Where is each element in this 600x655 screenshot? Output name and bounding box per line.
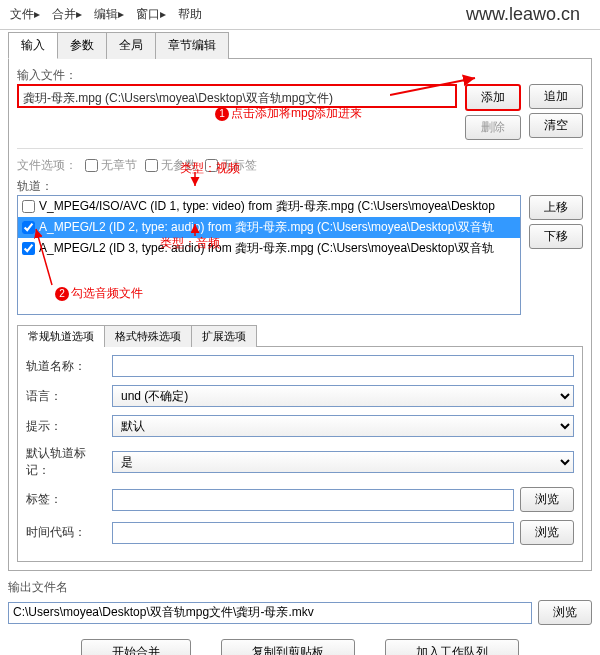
input-file-box[interactable]: 龚玥-母亲.mpg (C:\Users\moyea\Desktop\双音轨mpg…	[17, 84, 457, 108]
no-params-check[interactable]: 无参数	[145, 157, 197, 174]
browse-tag-button[interactable]: 浏览	[520, 487, 574, 512]
bottom-buttons: 开始合并 复制到剪贴板 加入工作队列	[0, 629, 600, 655]
sub-tabs: 常规轨道选项 格式特殊选项 扩展选项	[17, 325, 583, 347]
main-tabs: 输入 参数 全局 章节编辑	[8, 32, 600, 59]
lang-label: 语言：	[26, 388, 106, 405]
tab-input[interactable]: 输入	[8, 32, 58, 59]
track-list[interactable]: V_MPEG4/ISO/AVC (ID 1, type: video) from…	[17, 195, 521, 315]
subtab-ext[interactable]: 扩展选项	[191, 325, 257, 347]
regular-panel: 轨道名称： 语言：und (不确定) 提示：默认 默认轨道标记：是 标签：浏览 …	[17, 346, 583, 562]
track-name-input[interactable]	[112, 355, 574, 377]
track-row: V_MPEG4/ISO/AVC (ID 1, type: video) from…	[18, 196, 520, 217]
input-file-label: 输入文件：	[17, 67, 583, 84]
track-check[interactable]	[22, 221, 35, 234]
subtab-format[interactable]: 格式特殊选项	[104, 325, 192, 347]
add-queue-button[interactable]: 加入工作队列	[385, 639, 519, 655]
start-merge-button[interactable]: 开始合并	[81, 639, 191, 655]
file-options-label: 文件选项：	[17, 157, 77, 174]
down-button[interactable]: 下移	[529, 224, 583, 249]
menu-edit[interactable]: 编辑▸	[94, 6, 124, 23]
tab-chapter[interactable]: 章节编辑	[155, 32, 229, 59]
tab-global[interactable]: 全局	[106, 32, 156, 59]
track-row: A_MPEG/L2 (ID 2, type: audio) from 龚玥-母亲…	[18, 217, 520, 238]
menu-window[interactable]: 窗口▸	[136, 6, 166, 23]
tag-label: 标签：	[26, 491, 106, 508]
track-row: A_MPEG/L2 (ID 3, type: audio) from 龚玥-母亲…	[18, 238, 520, 259]
track-check[interactable]	[22, 200, 35, 213]
delete-button[interactable]: 删除	[465, 115, 521, 140]
browse-timecode-button[interactable]: 浏览	[520, 520, 574, 545]
no-chapter-check[interactable]: 无章节	[85, 157, 137, 174]
up-button[interactable]: 上移	[529, 195, 583, 220]
add-button[interactable]: 添加	[465, 84, 521, 111]
tab-params[interactable]: 参数	[57, 32, 107, 59]
watermark: www.leawo.cn	[466, 4, 580, 25]
file-options: 文件选项： 无章节 无参数 无标签	[17, 157, 583, 174]
menu-help[interactable]: 帮助	[178, 6, 202, 23]
menu-merge[interactable]: 合并▸	[52, 6, 82, 23]
lang-select[interactable]: und (不确定)	[112, 385, 574, 407]
copy-clipboard-button[interactable]: 复制到剪贴板	[221, 639, 355, 655]
menubar: 文件▸ 合并▸ 编辑▸ 窗口▸ 帮助 www.leawo.cn	[0, 0, 600, 30]
menu-file[interactable]: 文件▸	[10, 6, 40, 23]
browse-output-button[interactable]: 浏览	[538, 600, 592, 625]
subtab-regular[interactable]: 常规轨道选项	[17, 325, 105, 347]
deftrack-select[interactable]: 是	[112, 451, 574, 473]
input-panel: 输入文件： 龚玥-母亲.mpg (C:\Users\moyea\Desktop\…	[8, 58, 592, 571]
hint-label: 提示：	[26, 418, 106, 435]
tag-input[interactable]	[112, 489, 514, 511]
deftrack-label: 默认轨道标记：	[26, 445, 106, 479]
output-path-input[interactable]	[8, 602, 532, 624]
append-button[interactable]: 追加	[529, 84, 583, 109]
timecode-label: 时间代码：	[26, 524, 106, 541]
no-tags-check[interactable]: 无标签	[205, 157, 257, 174]
output-label: 输出文件名	[8, 580, 68, 594]
hint-select[interactable]: 默认	[112, 415, 574, 437]
clear-button[interactable]: 清空	[529, 113, 583, 138]
timecode-input[interactable]	[112, 522, 514, 544]
track-check[interactable]	[22, 242, 35, 255]
tracks-label: 轨道：	[17, 178, 583, 195]
track-name-label: 轨道名称：	[26, 358, 106, 375]
